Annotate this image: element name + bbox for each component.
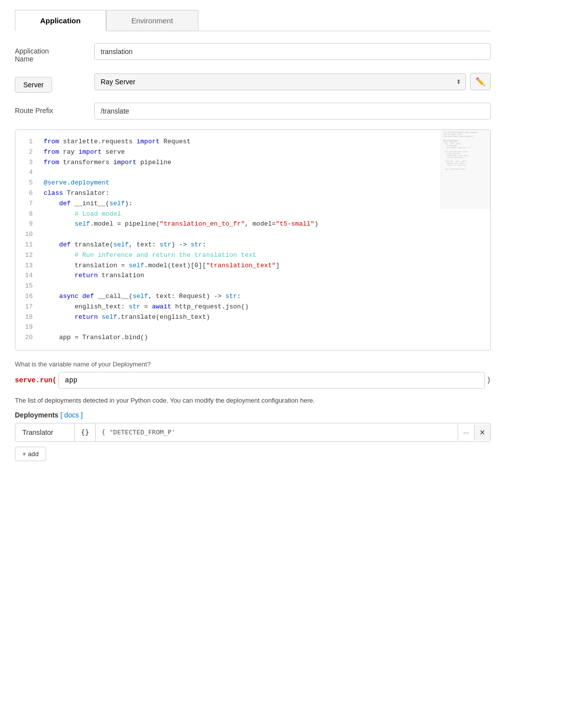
deployment-actions: ··· ✕	[458, 424, 490, 440]
serve-run-suffix: )	[487, 376, 491, 384]
app-name-row: ApplicationName	[15, 43, 491, 63]
code-editor[interactable]: 12345 678910 1112131415 1617181920 from …	[15, 129, 491, 351]
serve-run-input-row: serve.run( )	[15, 372, 491, 389]
deployment-name: Translator	[15, 423, 75, 441]
serve-run-section: What is the variable name of your Deploy…	[15, 360, 491, 389]
deployment-var-question: What is the variable name of your Deploy…	[15, 360, 491, 368]
route-prefix-row: Route Prefix	[15, 103, 491, 119]
route-prefix-label: Route Prefix	[15, 103, 94, 115]
deployments-table: Translator {} { "DETECTED_FROM_P' ··· ✕	[15, 423, 491, 442]
tab-environment[interactable]: Environment	[106, 10, 198, 31]
server-label-button[interactable]: Server	[15, 77, 52, 93]
serve-run-input[interactable]	[59, 372, 485, 389]
deployments-header: Deployments [ docs ]	[15, 411, 491, 419]
table-row: Translator {} { "DETECTED_FROM_P' ··· ✕	[15, 423, 490, 441]
app-name-input[interactable]	[94, 43, 491, 60]
server-select[interactable]: Ray Server Local Server	[94, 73, 466, 90]
deployment-config: { "DETECTED_FROM_P'	[96, 423, 458, 441]
server-row: Server Ray Server Local Server ⬍ ✏️	[15, 73, 491, 93]
route-prefix-input[interactable]	[94, 103, 491, 119]
tab-application[interactable]: Application	[15, 10, 106, 31]
server-edit-button[interactable]: ✏️	[470, 73, 491, 90]
server-control: Ray Server Local Server ⬍ ✏️	[94, 73, 491, 90]
app-name-label: ApplicationName	[15, 43, 94, 63]
line-numbers: 12345 678910 1112131415 1617181920	[15, 130, 38, 350]
deployment-type: {}	[75, 423, 96, 441]
tabs-bar: Application Environment	[15, 10, 491, 31]
deployments-docs-link[interactable]: [ docs ]	[60, 411, 83, 419]
route-prefix-field-wrapper	[94, 103, 491, 119]
code-minimap: from starlette.requests import Request f…	[441, 130, 490, 209]
deployment-more-button[interactable]: ···	[458, 424, 474, 440]
deployment-close-button[interactable]: ✕	[474, 424, 490, 440]
minimap-content: from starlette.requests import Request f…	[441, 130, 490, 173]
deployments-description: The list of deployments detected in your…	[15, 397, 491, 404]
server-select-wrapper: Ray Server Local Server ⬍	[94, 73, 466, 90]
serve-run-prefix: serve.run(	[15, 376, 57, 384]
server-label-wrapper: Server	[15, 73, 94, 93]
deployments-title: Deployments	[15, 411, 59, 419]
code-content: from starlette.requests import Request f…	[38, 130, 490, 350]
code-body: 12345 678910 1112131415 1617181920 from …	[15, 130, 490, 350]
app-name-field-wrapper	[94, 43, 491, 60]
add-deployment-button[interactable]: + add	[15, 447, 46, 461]
